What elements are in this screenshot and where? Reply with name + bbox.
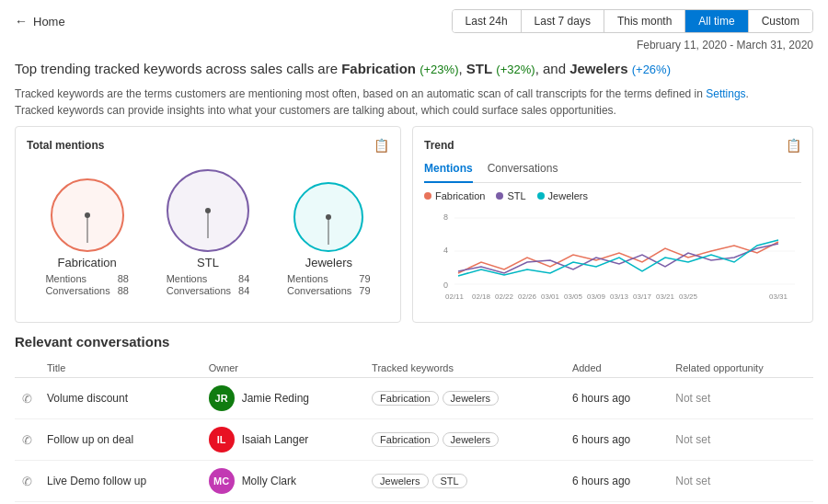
- legend-dot-jewelers: [537, 192, 545, 200]
- mentions-panel-icon[interactable]: 📋: [374, 138, 389, 153]
- table-row[interactable]: ✆Follow up on dealILIsaiah LangerFabrica…: [15, 419, 813, 461]
- circle-line-jew: [328, 217, 329, 245]
- row-opportunity: Not set: [668, 378, 813, 419]
- trend-panel-title: Trend 📋: [424, 138, 801, 153]
- headline-pct1: (+23%): [420, 63, 458, 76]
- back-button[interactable]: ← Home: [15, 14, 65, 29]
- conversations-label: Conversations: [45, 285, 109, 296]
- filter-alltime[interactable]: All time: [685, 10, 748, 32]
- phone-icon: ✆: [15, 461, 40, 502]
- headline-sep1: ,: [458, 61, 466, 76]
- svg-text:03/21: 03/21: [656, 292, 675, 301]
- mentions-panel: Total mentions 📋 Fabrication Mentions 88…: [15, 126, 401, 323]
- keyword-tag: Jewelers: [372, 474, 428, 488]
- col-keywords: Tracked keywords: [364, 359, 565, 378]
- svg-text:02/22: 02/22: [495, 292, 514, 301]
- owner-name: Jamie Reding: [242, 392, 309, 405]
- mentions-label: Mentions: [45, 273, 109, 284]
- row-opportunity: Not set: [668, 461, 813, 502]
- circle-stl: [167, 169, 249, 252]
- filter-custom[interactable]: Custom: [749, 10, 812, 32]
- row-owner: ILIsaiah Langer: [201, 419, 364, 461]
- conversations-label-stl: Conversations: [167, 285, 231, 296]
- headline-kw1: Fabrication: [341, 61, 416, 76]
- col-added: Added: [565, 359, 668, 378]
- kw-name-fabrication: Fabrication: [58, 256, 117, 269]
- table-body: ✆Volume discountJRJamie RedingFabricatio…: [15, 378, 813, 502]
- owner-name: Isaiah Langer: [242, 433, 309, 446]
- mentions-label-stl: Mentions: [167, 273, 231, 284]
- keyword-tag: Fabrication: [372, 391, 438, 406]
- kw-stats-fabrication: Mentions 88 Conversations 88: [45, 273, 129, 296]
- svg-text:02/11: 02/11: [445, 292, 465, 301]
- tab-mentions[interactable]: Mentions: [424, 162, 473, 183]
- date-range: February 11, 2020 - March 31, 2020: [0, 37, 828, 55]
- keywords-row: Fabrication Mentions 88 Conversations 88…: [27, 162, 389, 300]
- svg-text:03/31: 03/31: [769, 292, 788, 301]
- conversations-label-jew: Conversations: [287, 285, 351, 296]
- y-label-4: 4: [443, 246, 448, 255]
- back-arrow-icon: ←: [15, 14, 28, 29]
- filter-thismonth[interactable]: This month: [604, 10, 685, 32]
- row-title: Live Demo follow up: [40, 461, 201, 502]
- trend-legend: Fabrication STL Jewelers: [424, 190, 801, 201]
- conversations-section-title: Relevant conversations: [15, 334, 813, 349]
- legend-label-fabrication: Fabrication: [435, 190, 485, 201]
- keyword-tag: Jewelers: [443, 432, 499, 447]
- desc-line1-end: .: [746, 87, 749, 100]
- trend-panel-icon[interactable]: 📋: [786, 138, 801, 153]
- table-header: Title Owner Tracked keywords Added Relat…: [15, 359, 813, 378]
- svg-text:03/13: 03/13: [610, 292, 629, 301]
- time-filter-group: Last 24h Last 7 days This month All time…: [452, 9, 813, 33]
- description: Tracked keywords are the terms customers…: [0, 82, 828, 126]
- legend-dot-stl: [496, 192, 503, 200]
- table-row[interactable]: ✆Live Demo follow upMCMolly ClarkJeweler…: [15, 461, 813, 502]
- row-added: 6 hours ago: [565, 378, 668, 419]
- headline-pct3: (+26%): [632, 63, 671, 76]
- row-keywords: FabricationJewelers: [364, 378, 565, 419]
- circle-line-fab: [86, 215, 87, 243]
- y-label-8: 8: [443, 212, 448, 222]
- mentions-panel-title: Total mentions 📋: [27, 138, 389, 153]
- conversations-table: Title Owner Tracked keywords Added Relat…: [15, 359, 813, 502]
- jewelers-mentions-val: 79: [359, 273, 370, 284]
- avatar: JR: [209, 385, 235, 411]
- keyword-fabrication: Fabrication Mentions 88 Conversations 88: [45, 178, 129, 296]
- stl-mentions-val: 84: [238, 273, 249, 284]
- legend-label-jewelers: Jewelers: [548, 190, 588, 201]
- keyword-tag: STL: [432, 474, 467, 488]
- settings-link[interactable]: Settings: [706, 87, 745, 100]
- row-owner: JRJamie Reding: [201, 378, 364, 419]
- trend-chart: 8 4 0 02/11 02/18 02/22 02/26 03/01: [424, 207, 801, 311]
- svg-text:03/01: 03/01: [541, 292, 560, 301]
- table-row[interactable]: ✆Volume discountJRJamie RedingFabricatio…: [15, 378, 813, 419]
- kw-name-jewelers: Jewelers: [305, 256, 352, 269]
- headline: Top trending tracked keywords across sal…: [0, 55, 828, 82]
- header: ← Home Last 24h Last 7 days This month A…: [0, 0, 828, 37]
- trend-svg: 8 4 0 02/11 02/18 02/22 02/26 03/01: [424, 207, 801, 308]
- svg-text:02/26: 02/26: [518, 292, 537, 301]
- desc-line1: Tracked keywords are the terms customers…: [15, 87, 706, 100]
- keyword-tag: Jewelers: [443, 391, 499, 406]
- row-title: Volume discount: [40, 378, 201, 419]
- keyword-stl: STL Mentions 84 Conversations 84: [167, 169, 250, 296]
- phone-icon: ✆: [15, 419, 40, 461]
- keyword-jewelers: Jewelers Mentions 79 Conversations 79: [287, 182, 371, 296]
- headline-sep2: , and: [535, 61, 570, 76]
- circle-line-stl: [207, 211, 208, 238]
- desc-line2: Tracked keywords can provide insights in…: [15, 104, 616, 117]
- filter-last7days[interactable]: Last 7 days: [522, 10, 604, 32]
- fabrication-mentions-val: 88: [118, 273, 129, 284]
- col-title: Title: [40, 359, 201, 378]
- kw-stats-jewelers: Mentions 79 Conversations 79: [287, 273, 371, 296]
- row-owner: MCMolly Clark: [201, 461, 364, 502]
- tab-conversations[interactable]: Conversations: [488, 162, 558, 178]
- filter-last24h[interactable]: Last 24h: [453, 10, 522, 32]
- row-keywords: JewelersSTL: [364, 461, 565, 502]
- svg-text:03/17: 03/17: [633, 292, 652, 301]
- kw-stats-stl: Mentions 84 Conversations 84: [167, 273, 250, 296]
- avatar: MC: [209, 468, 235, 494]
- headline-kw3: Jewelers: [569, 61, 627, 76]
- svg-text:03/25: 03/25: [679, 292, 698, 301]
- circle-dot-fab: [85, 212, 90, 218]
